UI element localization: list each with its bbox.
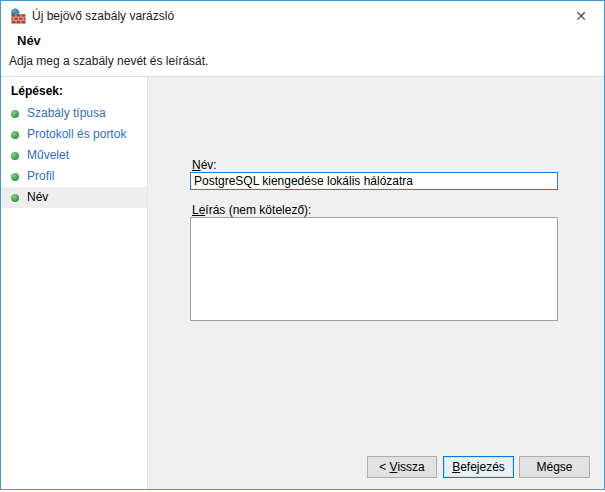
step-label: Szabály típusa: [27, 106, 106, 120]
sidebar-step-3[interactable]: Művelet: [1, 145, 147, 166]
rule-name-input[interactable]: [190, 172, 558, 190]
step-label: Művelet: [27, 148, 69, 162]
rule-description-textarea[interactable]: [190, 217, 558, 321]
back-button[interactable]: < Vissza: [367, 456, 437, 478]
sidebar-step-1[interactable]: Szabály típusa: [1, 103, 147, 124]
step-bullet-icon: [11, 152, 19, 160]
title-bar: Új bejövő szabály varázsló ✕: [1, 1, 604, 31]
steps-heading: Lépések:: [11, 84, 63, 98]
step-bullet-icon: [11, 110, 19, 118]
step-bullet-icon: [11, 131, 19, 139]
name-field-label: Név:: [192, 158, 217, 172]
close-icon[interactable]: ✕: [570, 6, 592, 26]
sidebar-step-4[interactable]: Profil: [1, 166, 147, 187]
content-pane: Név: Leírás (nem kötelező): < Vissza Bef…: [148, 77, 605, 489]
firewall-icon: [10, 8, 26, 24]
step-bullet-icon: [11, 173, 19, 181]
window-title: Új bejövő szabály varázsló: [32, 9, 174, 23]
step-bullet-icon: [11, 194, 19, 202]
finish-button[interactable]: Befejezés: [443, 456, 514, 478]
step-label: Profil: [27, 169, 54, 183]
sidebar-step-2[interactable]: Protokoll és portok: [1, 124, 147, 145]
cancel-button[interactable]: Mégse: [519, 456, 590, 478]
page-subtitle: Adja meg a szabály nevét és leírását.: [9, 54, 208, 68]
steps-list: Szabály típusaProtokoll és portokMűvelet…: [1, 103, 147, 208]
sidebar-step-5: Név: [1, 187, 147, 208]
description-field-label: Leírás (nem kötelező):: [192, 203, 311, 217]
step-label: Protokoll és portok: [27, 127, 126, 141]
new-inbound-rule-wizard-dialog: Új bejövő szabály varázsló ✕ Név Adja me…: [0, 0, 605, 490]
page-title: Név: [17, 33, 41, 48]
step-label: Név: [27, 190, 48, 204]
steps-sidebar: Lépések: Szabály típusaProtokoll és port…: [1, 77, 147, 489]
